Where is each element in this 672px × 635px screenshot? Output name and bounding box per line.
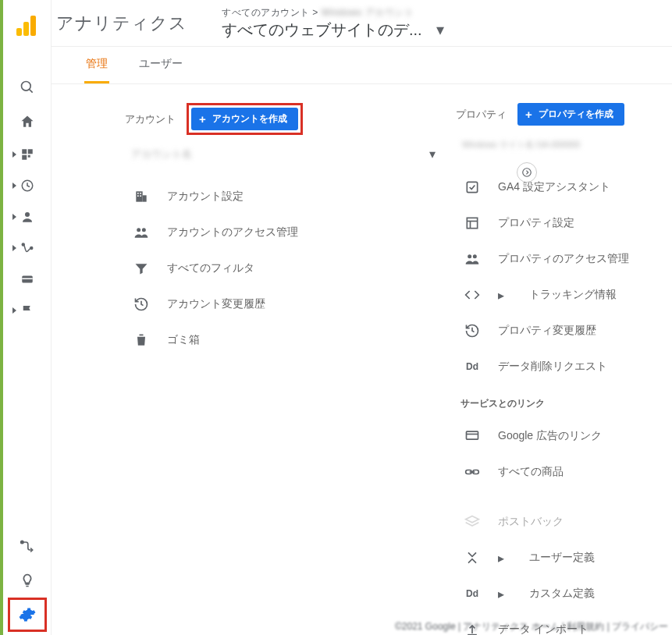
all-products-item[interactable]: すべての商品	[456, 454, 672, 490]
account-settings-item[interactable]: アカウント設定	[125, 179, 428, 215]
plus-icon: +	[199, 113, 206, 125]
chevron-right-icon: ▸	[498, 288, 506, 303]
clock-icon[interactable]	[10, 170, 44, 201]
building-icon	[133, 189, 150, 204]
postback-item[interactable]: ポストバック	[456, 504, 672, 540]
account-selector[interactable]: すべてのアカウント > Windows アカウント すべてのウェブサイトのデ..…	[222, 6, 444, 41]
tab-admin[interactable]: 管理	[84, 47, 109, 83]
account-column-label: アカウント	[125, 112, 176, 126]
svg-rect-17	[137, 195, 139, 197]
bulb-icon[interactable]	[10, 563, 44, 598]
analytics-logo-icon	[16, 14, 38, 36]
flow-icon[interactable]	[10, 232, 44, 264]
path-icon[interactable]	[10, 529, 44, 563]
account-column: アカウント + アカウントを作成 アカウント名 ▾ アカウント設定	[52, 84, 428, 635]
svg-point-7	[25, 212, 30, 217]
account-dropdown[interactable]: アカウント名 ▾	[125, 141, 442, 168]
home-icon[interactable]	[10, 105, 44, 139]
service-link-label: サービスとのリンク	[460, 397, 672, 410]
trash-icon	[133, 332, 150, 348]
layers-icon	[464, 514, 481, 530]
all-filters-item[interactable]: すべてのフィルタ	[125, 250, 428, 286]
property-column-label: プロパティ	[456, 108, 507, 122]
custom-definition-item[interactable]: Dd ▸ カスタム定義	[456, 576, 672, 612]
svg-rect-11	[22, 278, 33, 280]
svg-point-21	[523, 169, 532, 177]
account-access-item[interactable]: アカウントのアクセス管理	[125, 215, 428, 250]
code-icon	[464, 287, 481, 303]
check-square-icon	[464, 179, 481, 195]
ga4-assistant-item[interactable]: GA4 設定アシスタント	[456, 169, 672, 205]
admin-tabs: 管理 ユーザー	[52, 47, 672, 84]
search-icon[interactable]	[10, 70, 44, 105]
svg-point-20	[142, 228, 146, 232]
sidebar	[3, 0, 52, 635]
create-property-button[interactable]: + プロパティを作成	[517, 103, 624, 126]
property-column: プロパティ + プロパティを作成 Windows サイト名 GA-000000 …	[428, 84, 672, 635]
svg-line-1	[29, 90, 32, 93]
tab-user[interactable]: ユーザー	[137, 47, 184, 83]
svg-rect-16	[140, 193, 141, 194]
svg-rect-14	[143, 195, 147, 201]
history-icon	[133, 296, 150, 312]
chevron-down-icon: ▾	[436, 20, 444, 39]
layout-icon	[464, 215, 481, 231]
branch-icon	[464, 550, 481, 566]
svg-rect-13	[136, 191, 142, 201]
dd-icon: Dd	[464, 361, 481, 372]
svg-point-26	[468, 254, 471, 258]
account-history-item[interactable]: アカウント変更履歴	[125, 286, 428, 322]
link-icon	[464, 464, 481, 480]
trash-item[interactable]: ゴミ箱	[125, 322, 428, 358]
dashboard-icon[interactable]	[10, 139, 44, 170]
flag-icon[interactable]	[10, 295, 44, 326]
property-settings-item[interactable]: プロパティ設定	[456, 205, 672, 241]
tracking-info-item[interactable]: ▸ トラッキング情報	[456, 277, 672, 313]
people-icon	[464, 251, 481, 267]
card-icon[interactable]	[10, 264, 44, 295]
svg-point-0	[21, 82, 30, 91]
header: アナリティクス すべてのアカウント > Windows アカウント すべてのウェ…	[52, 0, 672, 47]
plus-icon: +	[525, 108, 532, 120]
admin-gear-highlight	[8, 598, 47, 632]
property-access-item[interactable]: プロパティのアクセス管理	[456, 241, 672, 277]
svg-rect-5	[27, 155, 30, 158]
footer-text: ©2021 Google | アナリティクス ホーム | 利用規約 | プライバ…	[395, 620, 668, 633]
app-title: アナリティクス	[56, 12, 187, 35]
user-icon[interactable]	[10, 201, 44, 232]
svg-rect-18	[140, 195, 141, 197]
svg-rect-3	[27, 149, 32, 154]
svg-point-8	[30, 247, 32, 250]
people-icon	[133, 225, 150, 240]
create-account-button[interactable]: + アカウントを作成	[191, 108, 298, 130]
svg-point-19	[137, 228, 140, 232]
dd-icon: Dd	[464, 588, 481, 599]
svg-marker-33	[466, 516, 479, 523]
breadcrumb-main-text: すべてのウェブサイトのデ...	[222, 20, 422, 41]
svg-rect-4	[22, 155, 27, 160]
svg-point-12	[20, 541, 23, 543]
chevron-right-icon: ▸	[498, 551, 506, 566]
svg-rect-22	[467, 182, 477, 192]
svg-rect-23	[467, 218, 477, 228]
google-ads-link-item[interactable]: Google 広告のリンク	[456, 418, 672, 454]
display-icon	[464, 428, 481, 444]
data-deletion-item[interactable]: Dd データ削除リクエスト	[456, 349, 672, 385]
user-definition-item[interactable]: ▸ ユーザー定義	[456, 540, 672, 576]
collapse-column-button[interactable]	[517, 162, 537, 183]
create-account-highlight: + アカウントを作成	[187, 103, 303, 135]
history-icon	[464, 323, 481, 339]
chevron-right-icon: ▸	[498, 587, 506, 601]
svg-rect-2	[22, 149, 27, 154]
filter-icon	[133, 261, 150, 276]
svg-point-9	[22, 243, 24, 246]
property-history-item[interactable]: プロパティ変更履歴	[456, 313, 672, 349]
svg-rect-15	[137, 193, 139, 194]
property-dropdown[interactable]: Windows サイト名 GA-000000	[456, 132, 620, 158]
gear-icon[interactable]	[19, 606, 36, 623]
svg-point-27	[473, 254, 477, 258]
svg-rect-28	[467, 431, 478, 439]
